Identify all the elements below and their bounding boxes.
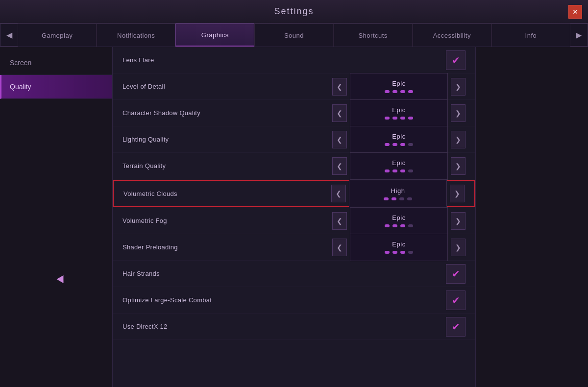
checkbox-use-directx-12[interactable]: ✔	[446, 317, 466, 337]
setting-control-optimize-large-scale-combat: ✔	[446, 290, 466, 310]
sidebar: Screen Quality	[0, 47, 113, 387]
slider-text-terrain-quality: Epic	[392, 159, 405, 167]
slider-right-character-shadow-quality[interactable]: ❯	[451, 104, 466, 122]
dot-4	[408, 143, 413, 146]
tab-bar: ◀ Gameplay Notifications Graphics Sound …	[0, 24, 588, 47]
dot-3	[400, 117, 405, 120]
dot-2	[392, 143, 397, 146]
setting-row-shader-preloading: Shader Preloading ❮ Epic ❯	[113, 234, 475, 261]
tab-graphics[interactable]: Graphics	[175, 24, 254, 47]
sidebar-item-quality[interactable]: Quality	[0, 75, 112, 99]
dot-4	[408, 224, 413, 227]
dot-1	[384, 197, 389, 200]
tab-scroll-left[interactable]: ◀	[0, 24, 18, 47]
slider-text-shader-preloading: Epic	[392, 241, 405, 248]
slider-dots-volumetric-fog	[385, 224, 413, 227]
slider-left-lighting-quality[interactable]: ❮	[332, 131, 347, 148]
slider-left-terrain-quality[interactable]: ❮	[332, 157, 347, 175]
tab-shortcuts[interactable]: Shortcuts	[334, 24, 413, 47]
dot-3	[400, 251, 405, 254]
dot-4	[408, 251, 413, 254]
checkbox-optimize-large-scale-combat[interactable]: ✔	[446, 290, 466, 310]
slider-control-character-shadow-quality: ❮ Epic ❯	[332, 99, 466, 127]
tab-info[interactable]: Info	[491, 24, 570, 47]
slider-control-shader-preloading: ❮ Epic ❯	[332, 234, 466, 261]
title-bar: Settings ✕	[0, 0, 588, 24]
dot-4	[408, 90, 413, 93]
slider-control-volumetric-clouds: ❮ High ❯	[331, 180, 465, 207]
window-title: Settings	[274, 6, 314, 17]
slider-right-lighting-quality[interactable]: ❯	[451, 131, 466, 148]
dot-3	[400, 90, 405, 93]
sidebar-item-screen[interactable]: Screen	[0, 51, 112, 75]
dot-1	[385, 90, 390, 93]
setting-label-lighting-quality: Lighting Quality	[122, 136, 332, 143]
dot-4	[408, 169, 413, 172]
setting-row-lens-flare: Lens Flare ✔	[113, 47, 475, 73]
slider-dots-lighting-quality	[385, 143, 413, 146]
setting-label-lens-flare: Lens Flare	[122, 56, 446, 64]
slider-value-terrain-quality: Epic	[350, 152, 448, 180]
slider-value-volumetric-clouds: High	[349, 180, 447, 207]
slider-dots-character-shadow-quality	[385, 117, 413, 120]
slider-value-level-of-detail: Epic	[350, 73, 448, 100]
checkbox-hair-strands[interactable]: ✔	[446, 264, 466, 284]
setting-label-volumetric-fog: Volumetric Fog	[122, 217, 332, 224]
slider-text-lighting-quality: Epic	[392, 133, 405, 140]
setting-row-use-directx-12: Use DirectX 12 ✔	[113, 314, 475, 340]
setting-label-shader-preloading: Shader Preloading	[122, 243, 332, 251]
slider-dots-terrain-quality	[385, 169, 413, 172]
tab-scroll-right[interactable]: ▶	[570, 24, 588, 47]
setting-label-hair-strands: Hair Strands	[122, 270, 446, 277]
slider-left-character-shadow-quality[interactable]: ❮	[332, 104, 347, 122]
tab-accessibility[interactable]: Accessibility	[413, 24, 491, 47]
slider-value-volumetric-fog: Epic	[350, 207, 448, 235]
slider-control-level-of-detail: ❮ Epic ❯	[332, 73, 466, 100]
slider-left-volumetric-clouds[interactable]: ❮	[331, 185, 346, 202]
setting-control-lens-flare: ✔	[446, 50, 466, 70]
slider-text-level-of-detail: Epic	[392, 80, 405, 87]
setting-row-lighting-quality: Lighting Quality ❮ Epic ❯	[113, 126, 475, 153]
dot-3	[400, 169, 405, 172]
slider-left-shader-preloading[interactable]: ❮	[332, 239, 347, 256]
slider-control-lighting-quality: ❮ Epic ❯	[332, 126, 466, 153]
tab-sound[interactable]: Sound	[254, 24, 333, 47]
setting-row-terrain-quality: Terrain Quality ❮ Epic ❯	[113, 153, 475, 179]
slider-left-level-of-detail[interactable]: ❮	[332, 78, 347, 96]
dot-2	[392, 90, 397, 93]
slider-right-volumetric-clouds[interactable]: ❯	[450, 185, 465, 202]
content-area: Screen Quality Lens Flare ✔ Level of Det…	[0, 47, 588, 387]
dot-2	[392, 224, 397, 227]
setting-row-level-of-detail: Level of Detail ❮ Epic ❯	[113, 73, 475, 100]
slider-value-shader-preloading: Epic	[350, 234, 448, 261]
setting-row-character-shadow-quality: Character Shadow Quality ❮ Epic ❯	[113, 100, 475, 126]
slider-text-character-shadow-quality: Epic	[392, 106, 405, 114]
slider-right-shader-preloading[interactable]: ❯	[451, 239, 466, 256]
setting-label-volumetric-clouds: Volumetric Clouds	[123, 190, 331, 197]
dot-1	[385, 169, 390, 172]
slider-right-volumetric-fog[interactable]: ❯	[451, 212, 466, 230]
setting-row-optimize-large-scale-combat: Optimize Large-Scale Combat ✔	[113, 287, 475, 314]
slider-left-volumetric-fog[interactable]: ❮	[332, 212, 347, 230]
slider-right-level-of-detail[interactable]: ❯	[451, 78, 466, 96]
checkbox-lens-flare[interactable]: ✔	[446, 50, 466, 70]
setting-row-hair-strands: Hair Strands ✔	[113, 261, 475, 287]
dot-1	[385, 143, 390, 146]
dot-3	[400, 143, 405, 146]
slider-text-volumetric-clouds: High	[391, 187, 405, 194]
settings-content: Lens Flare ✔ Level of Detail ❮ Epic	[113, 47, 475, 387]
dot-1	[385, 117, 390, 120]
close-button[interactable]: ✕	[568, 5, 582, 19]
right-panel	[475, 47, 588, 387]
tab-notifications[interactable]: Notifications	[97, 24, 175, 47]
setting-row-volumetric-fog: Volumetric Fog ❮ Epic ❯	[113, 208, 475, 234]
tab-gameplay[interactable]: Gameplay	[18, 24, 97, 47]
slider-right-terrain-quality[interactable]: ❯	[451, 157, 466, 175]
setting-label-optimize-large-scale-combat: Optimize Large-Scale Combat	[122, 296, 446, 304]
setting-control-hair-strands: ✔	[446, 264, 466, 284]
slider-value-lighting-quality: Epic	[350, 126, 448, 153]
dot-2	[392, 169, 397, 172]
slider-dots-level-of-detail	[385, 90, 413, 93]
dot-2	[392, 251, 397, 254]
dot-2	[392, 117, 397, 120]
